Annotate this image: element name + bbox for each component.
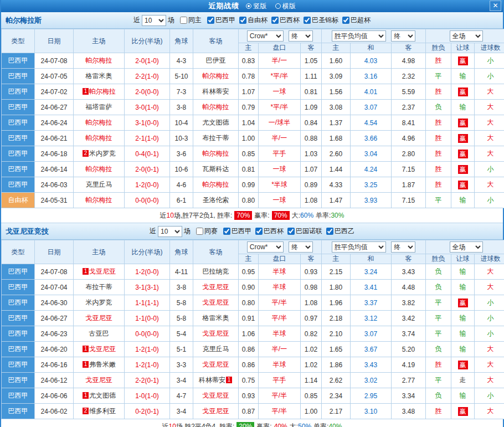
match-count-select[interactable]: 10 xyxy=(142,15,166,26)
col-header-goals: 进球数 xyxy=(475,254,504,264)
avg-draw-odds: 3.66 xyxy=(351,131,392,146)
avg-odds-select[interactable]: 胜平负均值 xyxy=(332,241,386,253)
avg-draw-odds: 3.67 xyxy=(351,342,392,357)
league-checkbox[interactable] xyxy=(223,228,230,235)
final-odds-select[interactable]: 终 xyxy=(289,30,313,42)
league-filter[interactable]: 巴超杯 xyxy=(342,16,371,25)
handicap-result: 赢 xyxy=(451,404,475,419)
odds-source-header-row: 类型 日期 主场 比分(半场) 角球 客场 Crow* 终 胜平负均值 终 全场 xyxy=(2,29,504,43)
score: 1-2(0-0) xyxy=(125,177,170,193)
home-odds: 0.85 xyxy=(239,146,259,162)
result: 胜 xyxy=(426,146,451,162)
scope-select[interactable]: 全场 xyxy=(450,241,483,253)
same-venue-checkbox[interactable] xyxy=(196,228,203,235)
final-avg-select[interactable]: 终 xyxy=(391,30,415,42)
team-name: 帕尔梅拉 xyxy=(203,181,229,188)
league-checkbox[interactable] xyxy=(342,17,349,24)
match-count-select[interactable]: 10 xyxy=(158,226,182,237)
single-rate: 单率:40% xyxy=(313,422,342,427)
away-odds: 0.84 xyxy=(301,115,322,131)
result: 负 xyxy=(426,280,451,295)
league-checkbox[interactable] xyxy=(207,17,214,24)
avg-odds-select[interactable]: 胜平负均值 xyxy=(332,30,386,42)
win-rate-badge: 20% xyxy=(236,422,254,427)
league-filter[interactable]: 巴西甲 xyxy=(207,16,235,25)
league-checkbox[interactable] xyxy=(239,17,246,24)
portrait-radio[interactable] xyxy=(246,3,251,9)
final-odds-select[interactable]: 终 xyxy=(289,241,313,253)
landscape-radio[interactable] xyxy=(275,3,281,9)
league-filter[interactable]: 巴西乙 xyxy=(326,227,354,236)
league-filter[interactable]: 巴西甲 xyxy=(223,227,251,236)
avg-home-odds: 2.62 xyxy=(322,373,351,388)
league-checkbox[interactable] xyxy=(304,17,311,24)
goals-result: 大 xyxy=(475,342,504,357)
scope-select[interactable]: 全场 xyxy=(450,30,483,42)
result: 平 xyxy=(426,193,451,208)
result: 胜 xyxy=(426,53,451,69)
away-odds: 1.09 xyxy=(301,100,322,115)
league-checkbox[interactable] xyxy=(287,228,295,235)
team-name: 帕尔梅拉 xyxy=(203,72,229,80)
match-date: 24-06-23 xyxy=(35,326,74,342)
home-odds: 1.07 xyxy=(239,84,259,100)
away-odds: 0.98 xyxy=(301,280,322,295)
filter-bar: 近 10 场 同赛 巴西甲巴西杯巴国诺联巴西乙 xyxy=(150,226,354,237)
avg-away-odds: 3.42 xyxy=(392,311,426,326)
avg-home-odds: 2.15 xyxy=(322,264,351,280)
same-venue-filter[interactable]: 同赛 xyxy=(196,227,218,236)
competition-type: 巴西甲 xyxy=(2,280,35,295)
avg-away-odds: 4.98 xyxy=(392,53,426,69)
handicap-line: 半球 xyxy=(259,357,301,373)
home-odds: 0.81 xyxy=(239,162,259,177)
avg-home-odds: 1.65 xyxy=(322,342,351,357)
team-name: 戈亚尼亚 xyxy=(203,299,229,306)
away-odds: 1.08 xyxy=(301,193,322,208)
avg-away-odds: 3.34 xyxy=(392,388,426,404)
avg-odds-header: 胜平负均值 终 xyxy=(322,240,426,254)
competition-type: 巴西甲 xyxy=(2,357,35,373)
league-filter[interactable]: 巴西杯 xyxy=(255,227,284,236)
final-avg-select[interactable]: 终 xyxy=(391,241,415,253)
goals-result: 小 xyxy=(475,388,504,404)
col-header-result: 胜负 xyxy=(426,254,451,264)
league-checkbox[interactable] xyxy=(255,228,263,235)
home-team-cell: 2维多利亚 xyxy=(74,404,125,419)
same-venue-filter[interactable]: 同主 xyxy=(180,16,202,25)
close-button[interactable]: ✕ xyxy=(490,1,501,11)
bookmaker-select[interactable]: Crow* xyxy=(247,241,284,253)
away-team-cell: 戈亚尼亚 xyxy=(193,404,239,419)
bookmaker-select[interactable]: Crow* xyxy=(247,30,284,42)
same-venue-checkbox[interactable] xyxy=(180,17,187,24)
league-filter[interactable]: 巴西杯 xyxy=(271,16,300,25)
league-checkbox[interactable] xyxy=(326,228,333,235)
avg-home-odds: 1.47 xyxy=(322,193,351,208)
big-rate: 大:50% xyxy=(290,422,311,427)
competition-type: 巴西甲 xyxy=(2,373,35,388)
match-row: 自由杯24-05-31帕尔梅拉0-0(0-0)6-1圣洛伦索0.80一球1.08… xyxy=(2,193,504,208)
match-date: 24-07-02 xyxy=(35,84,74,100)
home-team-cell: 帕尔梅拉 xyxy=(74,115,125,131)
handicap-result: 走 xyxy=(451,373,475,388)
match-date: 24-06-14 xyxy=(35,162,74,177)
score: 1-1(1-1) xyxy=(125,295,170,311)
avg-away-odds: 7.15 xyxy=(392,193,426,208)
match-date: 24-07-04 xyxy=(35,280,74,295)
col-header-avg-home: 主 xyxy=(322,254,351,264)
away-odds: 1.00 xyxy=(301,404,322,419)
competition-type: 巴西甲 xyxy=(2,146,35,162)
competition-type: 巴西甲 xyxy=(2,404,35,419)
league-checkbox[interactable] xyxy=(271,17,279,24)
result: 胜 xyxy=(426,162,451,177)
league-filter[interactable]: 巴圣锦标 xyxy=(304,16,338,25)
avg-draw-odds: 3.24 xyxy=(351,264,392,280)
avg-draw-odds: 3.25 xyxy=(351,177,392,193)
away-team-cell: 戈亚尼亚 xyxy=(193,326,239,342)
home-odds: 0.93 xyxy=(239,388,259,404)
league-filter[interactable]: 自由杯 xyxy=(239,16,268,25)
result: 平 xyxy=(426,373,451,388)
league-filter[interactable]: 巴国诺联 xyxy=(287,227,322,236)
team-name: 瓦斯科达 xyxy=(203,165,229,173)
handicap-result: 赢 xyxy=(451,357,475,373)
handicap-line: 一球 xyxy=(259,193,301,208)
